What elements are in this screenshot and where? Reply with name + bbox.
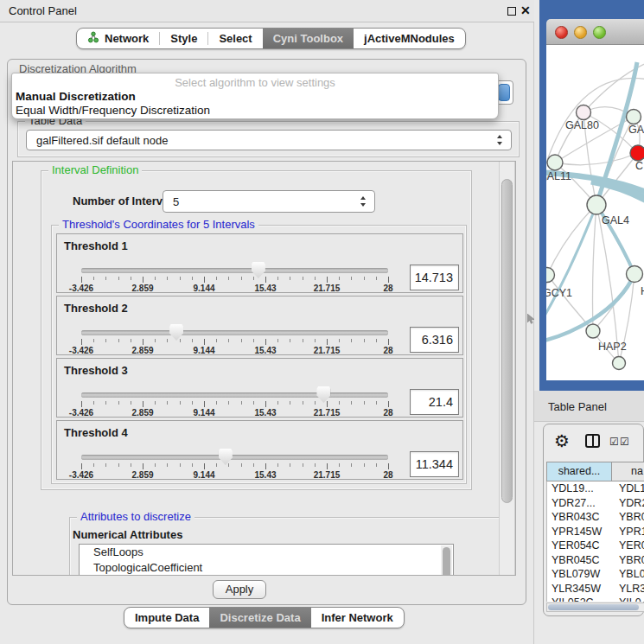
slider-track[interactable]: [81, 268, 388, 273]
tab-network[interactable]: Network: [77, 29, 159, 48]
tick-label: 15.43: [254, 284, 276, 293]
tab-jactivemnodules[interactable]: jActiveMNodules: [354, 29, 465, 48]
table-row[interactable]: YBL079WYBL0: [547, 567, 644, 582]
popup-option-equal-width-frequency-discretization[interactable]: Equal Width/Frequency Discretization: [12, 104, 498, 118]
tick-mark: [180, 401, 181, 405]
list-item[interactable]: SelfLoops: [80, 545, 453, 560]
table-row[interactable]: YBR045CYBR0: [547, 553, 644, 568]
tick-label: 21.715: [314, 284, 341, 293]
network-edge-highlighted[interactable]: [546, 205, 596, 322]
tick-mark: [376, 463, 377, 467]
tick-mark: [303, 277, 303, 280]
table-row[interactable]: YIL052CYIL0: [547, 596, 644, 602]
network-window-titlebar[interactable]: [546, 19, 644, 45]
table-row[interactable]: YDR27...YDR2: [547, 496, 644, 511]
tick-mark: [167, 277, 168, 280]
slider-thumb[interactable]: [169, 324, 183, 341]
tick-mark: [277, 401, 278, 405]
network-node-gal11[interactable]: [547, 155, 563, 170]
tick-mark: [155, 401, 156, 405]
tick-mark: [192, 277, 193, 280]
tick-mark: [118, 277, 119, 280]
network-edge[interactable]: [596, 205, 619, 363]
cell-name: YPR1: [615, 525, 644, 539]
cell-shared-name: YDL19...: [547, 481, 615, 496]
close-icon[interactable]: ✕: [520, 3, 531, 17]
table-row[interactable]: YLR345WYLR3: [547, 582, 644, 596]
tab-cyni-toolbox[interactable]: Cyni Toolbox: [263, 29, 354, 48]
float-window-icon[interactable]: [507, 7, 516, 16]
tick-mark: [105, 463, 106, 467]
tick-mark: [265, 339, 266, 345]
network-node-gal80[interactable]: [577, 105, 591, 120]
list-scrollbar[interactable]: [441, 545, 452, 576]
column-header-shared[interactable]: shared...: [546, 462, 612, 481]
tick-mark: [339, 277, 340, 280]
table-row[interactable]: YBR043CYBR0: [547, 510, 644, 525]
tick-mark: [351, 277, 352, 280]
spinner-arrows-icon: [497, 135, 503, 145]
tab-style[interactable]: Style: [160, 29, 207, 48]
tick-mark: [265, 277, 266, 283]
gear-icon[interactable]: ⚙: [554, 430, 570, 451]
attributes-listbox[interactable]: SelfLoopsTopologicalCoefficientBetweenne…: [79, 544, 454, 576]
network-node[interactable]: [613, 357, 626, 370]
threshold-value-field[interactable]: 21.4: [410, 389, 459, 415]
tick-mark: [93, 277, 94, 280]
tick-mark: [131, 401, 131, 405]
tick-mark: [180, 463, 181, 467]
slider-track[interactable]: [81, 330, 388, 335]
table-row[interactable]: YPR145WYPR1: [547, 525, 644, 539]
table-row[interactable]: YER054CYER0: [547, 539, 644, 553]
thresholds-group-title: Threshold's Coordinates for 5 Intervals: [59, 219, 258, 231]
attributes-items: SelfLoopsTopologicalCoefficientBetweenne…: [80, 545, 453, 576]
tick-mark: [277, 463, 278, 467]
table-header: shared...na: [546, 462, 644, 481]
column-header-na[interactable]: na: [612, 462, 644, 481]
table-data-combobox[interactable]: galFiltered.sif default node: [26, 130, 512, 150]
slider-thumb[interactable]: [219, 449, 233, 465]
network-node-ga[interactable]: [627, 110, 641, 124]
tab-select[interactable]: Select: [208, 29, 262, 48]
network-node-gcy1[interactable]: [546, 268, 555, 283]
horizontal-scrollbar[interactable]: [546, 603, 644, 612]
network-node-gal4[interactable]: [587, 195, 606, 214]
network-node-c[interactable]: [630, 145, 644, 161]
tab-infer-network[interactable]: Infer Network: [311, 608, 404, 628]
network-node-hap2[interactable]: [586, 324, 600, 338]
tick-mark: [388, 463, 389, 469]
minimize-traffic-light[interactable]: [574, 26, 587, 39]
slider-thumb[interactable]: [316, 386, 330, 403]
zoom-traffic-light[interactable]: [593, 26, 606, 39]
close-traffic-light[interactable]: [555, 26, 568, 39]
table-row[interactable]: YDL19...YDL1: [547, 481, 644, 496]
tab-label: Discretize Data: [220, 611, 300, 624]
slider-track[interactable]: [81, 392, 388, 398]
tab-discretize-data[interactable]: Discretize Data: [209, 608, 310, 628]
apply-button[interactable]: Apply: [213, 580, 266, 599]
tab-impute-data[interactable]: Impute Data: [124, 608, 209, 628]
tick-mark: [155, 277, 156, 280]
number-of-intervals-combobox[interactable]: 5: [163, 190, 375, 213]
checkbox-icon[interactable]: ☑: [609, 436, 619, 448]
list-scrollbar-thumb[interactable]: [443, 547, 450, 576]
list-item[interactable]: TopologicalCoefficient: [80, 560, 453, 576]
slider-track[interactable]: [81, 455, 388, 460]
network-view-canvas[interactable]: GAL80GACGAL11GAL4GCY1HHAP2: [546, 45, 644, 380]
tick-mark: [241, 463, 242, 467]
panel-scrollbar-thumb[interactable]: [501, 179, 513, 503]
cell-name: YDR2: [615, 496, 644, 511]
tick-mark: [167, 339, 168, 342]
panel-scrollbar[interactable]: [499, 162, 515, 576]
network-node-h[interactable]: [627, 266, 643, 283]
threshold-value-field[interactable]: 11.344: [410, 451, 459, 477]
popup-option-manual-discretization[interactable]: Manual Discretization: [12, 90, 498, 104]
split-columns-icon[interactable]: [585, 434, 600, 448]
threshold-value-field[interactable]: 14.713: [410, 265, 459, 290]
combobox-focus-button[interactable]: [498, 84, 510, 101]
network-edge[interactable]: [593, 205, 597, 331]
table-panel-title: Table Panel: [548, 400, 607, 413]
checkbox-icon[interactable]: ☑: [620, 436, 629, 448]
horizontal-scrollbar-thumb[interactable]: [548, 604, 639, 610]
threshold-value-field[interactable]: 6.316: [410, 327, 459, 353]
